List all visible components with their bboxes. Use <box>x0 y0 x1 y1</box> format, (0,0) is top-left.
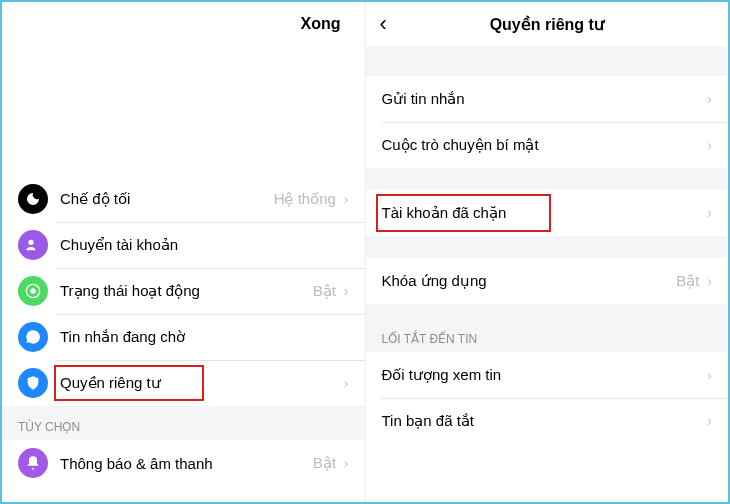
chevron-right-icon: › <box>344 283 349 299</box>
row-send-message[interactable]: Gửi tin nhắn › <box>366 76 729 122</box>
row-secret-conversations[interactable]: Cuộc trò chuyện bí mật › <box>366 122 729 168</box>
chevron-right-icon: › <box>344 375 349 391</box>
row-muted-stories[interactable]: Tin bạn đã tắt › <box>366 398 729 444</box>
row-value: Bật <box>313 282 336 300</box>
row-label: Chuyển tài khoản <box>60 236 349 254</box>
header-right: ‹ Quyền riêng tư <box>366 2 729 46</box>
row-switch-account[interactable]: Chuyển tài khoản <box>2 222 365 268</box>
spacer <box>366 168 729 190</box>
spacer <box>366 46 729 76</box>
bell-icon <box>18 448 48 478</box>
chevron-right-icon: › <box>707 367 712 383</box>
row-label: Tin nhắn đang chờ <box>60 328 349 346</box>
row-label: Cuộc trò chuyện bí mật <box>382 136 708 154</box>
svg-point-2 <box>30 288 35 293</box>
svg-point-0 <box>28 240 33 245</box>
row-active-status[interactable]: Trạng thái hoạt động Bật › <box>2 268 365 314</box>
done-button[interactable]: Xong <box>301 15 341 33</box>
chevron-right-icon: › <box>707 273 712 289</box>
chevron-right-icon: › <box>707 205 712 221</box>
section-story-shortcuts: LỐI TẮT ĐẾN TIN <box>366 304 729 352</box>
chevron-right-icon: › <box>707 91 712 107</box>
chevron-right-icon: › <box>344 191 349 207</box>
row-label: Đối tượng xem tin <box>382 366 708 384</box>
privacy-pane: ‹ Quyền riêng tư Gửi tin nhắn › Cuộc trò… <box>366 2 729 502</box>
row-story-audience[interactable]: Đối tượng xem tin › <box>366 352 729 398</box>
back-icon[interactable]: ‹ <box>380 11 387 37</box>
row-label: Chế độ tối <box>60 190 274 208</box>
shield-icon <box>18 368 48 398</box>
message-icon <box>18 322 48 352</box>
row-label: Thông báo & âm thanh <box>60 455 313 472</box>
row-label: Gửi tin nhắn <box>382 90 708 108</box>
active-status-icon <box>18 276 48 306</box>
row-label: Khóa ứng dụng <box>382 272 677 290</box>
row-value: Hệ thống <box>274 190 336 208</box>
row-privacy[interactable]: Quyền riêng tư › <box>2 360 365 406</box>
row-label: Tài khoản đã chặn <box>382 204 708 222</box>
chevron-right-icon: › <box>707 413 712 429</box>
row-label: Tin bạn đã tắt <box>382 412 708 430</box>
header-left: Xong <box>2 2 365 46</box>
chevron-right-icon: › <box>707 137 712 153</box>
row-label: Trạng thái hoạt động <box>60 282 313 300</box>
switch-account-icon <box>18 230 48 260</box>
row-app-lock[interactable]: Khóa ứng dụng Bật › <box>366 258 729 304</box>
chevron-right-icon: › <box>344 455 349 471</box>
row-blocked-accounts[interactable]: Tài khoản đã chặn › <box>366 190 729 236</box>
moon-icon <box>18 184 48 214</box>
row-value: Bật <box>313 454 336 472</box>
page-title: Quyền riêng tư <box>490 15 604 34</box>
row-notifications[interactable]: Thông báo & âm thanh Bật › <box>2 440 365 486</box>
settings-pane: Xong Chế độ tối Hệ thống › Chuyển tài kh… <box>2 2 366 502</box>
spacer <box>366 236 729 258</box>
section-options: TÙY CHỌN <box>2 406 365 440</box>
row-value: Bật <box>676 272 699 290</box>
spacer <box>2 46 365 176</box>
row-dark-mode[interactable]: Chế độ tối Hệ thống › <box>2 176 365 222</box>
row-label: Quyền riêng tư <box>60 374 344 392</box>
row-message-requests[interactable]: Tin nhắn đang chờ <box>2 314 365 360</box>
